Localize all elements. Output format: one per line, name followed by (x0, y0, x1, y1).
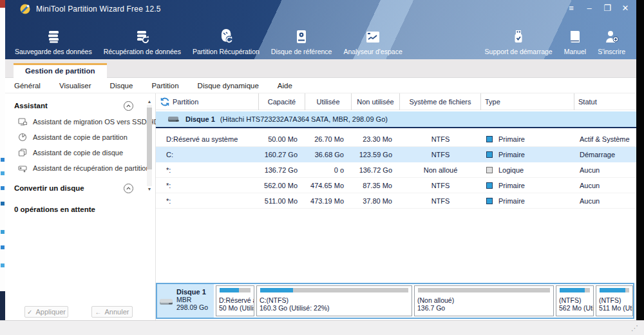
sidebar-item-migrate-os[interactable]: Assistant de migration OS vers SSD/HD (5, 114, 155, 129)
toolbar-label: Partition Récupération (193, 48, 260, 55)
toolbar-item-disk-benchmark[interactable]: Disque de référence (265, 28, 338, 55)
usage-bar (260, 288, 408, 292)
status-value: Aucun (574, 166, 636, 174)
apply-button[interactable]: ✓ Appliquer (24, 306, 68, 318)
toolbar-item-space-analyzer[interactable]: Analyseur d'espace (337, 28, 408, 55)
partition-name: *: (156, 182, 259, 189)
type-value: Primaire (498, 182, 525, 189)
menu-disk[interactable]: Disque (110, 82, 143, 90)
maximize-button[interactable]: ❐ (600, 1, 614, 14)
bootable-media-icon (513, 28, 524, 44)
resize-grip[interactable]: ⋰ (631, 324, 639, 332)
pending-operations-label: 0 opérations en attente (5, 196, 155, 213)
background-icon (1, 263, 5, 267)
primary-partition-icon (486, 198, 493, 204)
toolbar-item-data-backup[interactable]: Sauvegarde des données (9, 28, 98, 55)
menu-partition[interactable]: Partition (151, 82, 188, 90)
disk-group-row[interactable]: Disque 1 (Hitachi HTS723232A7A364 SATA, … (156, 111, 636, 128)
column-header-used[interactable]: Utilisée (305, 93, 352, 110)
toolbar-item-partition-recovery[interactable]: Partition Récupération (187, 28, 265, 55)
section-wizard[interactable]: Assistant (5, 97, 155, 114)
disk-map-block-unallocated[interactable]: (Non alloué) 136.7 Go (414, 285, 554, 316)
app-logo-icon (19, 3, 31, 15)
tab-partition-management[interactable]: Gestion de partition (14, 63, 107, 78)
collapse-chevron-icon[interactable] (124, 101, 133, 111)
background-icon (1, 158, 5, 162)
database-backup-icon (46, 28, 61, 44)
sidebar-item-label: Assistant de récupération de partition (33, 164, 150, 172)
disk-map-name: Disque 1 (176, 288, 214, 296)
close-button[interactable]: ✕ (618, 1, 632, 14)
menu-view[interactable]: Visualiser (59, 82, 101, 90)
section-convert-disk[interactable]: Convertir un disque (5, 180, 155, 196)
scrollbar-thumb[interactable] (147, 108, 152, 169)
manual-book-icon (568, 28, 582, 44)
partition-row[interactable]: D:Réservé au système 50.00 Mo 26.70 Mo 2… (156, 131, 636, 147)
toolbar-item-register[interactable]: S'inscrire (592, 28, 631, 55)
copy-disk-icon (18, 148, 27, 157)
sidebar-item-label: Assistant de copie de partition (33, 133, 128, 141)
column-header-partition[interactable]: Partition (156, 93, 259, 110)
partition-name: *: (156, 166, 259, 174)
block-label: (NTFS) (559, 296, 591, 304)
space-analyzer-icon (365, 28, 381, 44)
title-bar[interactable]: MiniTool Partition Wizard Free 12.5 ≡ – … (5, 0, 636, 18)
block-size: 136.7 Go (417, 304, 551, 312)
capacity-value: 136.72 Go (259, 166, 305, 174)
disk-map-scheme: MBR (176, 296, 214, 303)
column-header-capacity[interactable]: Capacité (259, 93, 305, 110)
partition-name: *: (156, 197, 259, 205)
collapse-chevron-icon[interactable] (124, 184, 133, 193)
usage-bar (600, 288, 629, 292)
sidebar-scrollbar[interactable]: ▲ ▼ (146, 99, 153, 193)
toolbar-item-data-recovery[interactable]: Récupération de données (98, 28, 187, 55)
disk-map-block-system-reserved[interactable]: D:Réservé au 50 Mo (Utilisé (216, 285, 254, 316)
partition-row-selected[interactable]: C: 160.27 Go 36.68 Go 123.59 Go NTFS Pri… (156, 147, 636, 162)
action-panel: Assistant Assistant de migration OS vers… (5, 93, 156, 320)
disk-benchmark-icon (296, 28, 307, 44)
status-value: Aucun (574, 197, 636, 205)
scroll-up-icon[interactable]: ▲ (146, 99, 153, 105)
menu-general[interactable]: Général (14, 82, 50, 90)
status-value: Démarrage (574, 151, 636, 158)
partition-row[interactable]: *: 136.72 Go 0 o 136.72 Go Non alloué Lo… (156, 162, 636, 178)
screen: MiniTool Partition Wizard Free 12.5 ≡ – … (0, 0, 644, 335)
toolbar-item-bootable-media[interactable]: Support de démarrage (479, 28, 558, 55)
capacity-value: 511.00 Mo (259, 197, 305, 205)
sidebar-item-recover-partition[interactable]: Assistant de récupération de partition (5, 160, 155, 176)
window-header: MiniTool Partition Wizard Free 12.5 ≡ – … (5, 0, 636, 59)
disk-map-label[interactable]: Disque 1 MBR 298.09 Go (157, 284, 214, 318)
cancel-button[interactable]: ← Annuler (91, 306, 133, 318)
tab-bar: Gestion de partition (5, 59, 636, 78)
refresh-icon[interactable] (160, 97, 170, 107)
column-header-unused[interactable]: Non utilisée (352, 93, 400, 110)
minimize-button[interactable]: – (582, 1, 596, 14)
sidebar-item-copy-partition[interactable]: Assistant de copie de partition (5, 129, 155, 145)
type-cell: Primaire (481, 197, 574, 205)
logical-partition-icon (486, 167, 493, 173)
partition-row[interactable]: *: 562.00 Mo 474.65 Mo 87.35 Mo NTFS Pri… (156, 178, 636, 193)
unused-value: 87.35 Mo (352, 182, 400, 189)
window-menu-button[interactable]: ≡ (564, 1, 578, 14)
menu-dynamic-disk[interactable]: Disque dynamique (198, 82, 269, 90)
column-header-filesystem[interactable]: Système de fichiers (400, 93, 481, 110)
disk-map-block-ntfs-562[interactable]: (NTFS) 562 Mo (Utili: (556, 285, 594, 316)
column-header-type[interactable]: Type (481, 93, 574, 110)
column-header-status[interactable]: Statut (574, 93, 636, 110)
type-cell: Primaire (481, 182, 574, 189)
toolbar-label: S'inscrire (598, 48, 625, 55)
table-header: Partition Capacité Utilisée Non utilisée… (156, 93, 636, 110)
sidebar-item-copy-disk[interactable]: Assistant de copie de disque (5, 145, 155, 160)
recover-partition-icon (18, 164, 27, 173)
sidebar-item-label: Assistant de copie de disque (33, 149, 123, 157)
menu-help[interactable]: Aide (278, 82, 302, 90)
register-user-icon (604, 28, 620, 44)
scroll-down-icon[interactable]: ▼ (146, 186, 153, 193)
partition-row[interactable]: *: 511.00 Mo 473.19 Mo 37.80 Mo NTFS Pri… (156, 193, 636, 209)
disk-map-block-c[interactable]: C:(NTFS) 160.3 Go (Utilisé: 22%) (256, 285, 412, 316)
toolbar-item-manual[interactable]: Manuel (558, 28, 592, 55)
cancel-button-label: Annuler (105, 308, 129, 316)
used-value: 473.19 Mo (305, 197, 352, 205)
disk-map-block-ntfs-511[interactable]: (NTFS) 511 Mo (Utili: (596, 285, 633, 316)
unused-value: 136.72 Go (352, 166, 400, 174)
